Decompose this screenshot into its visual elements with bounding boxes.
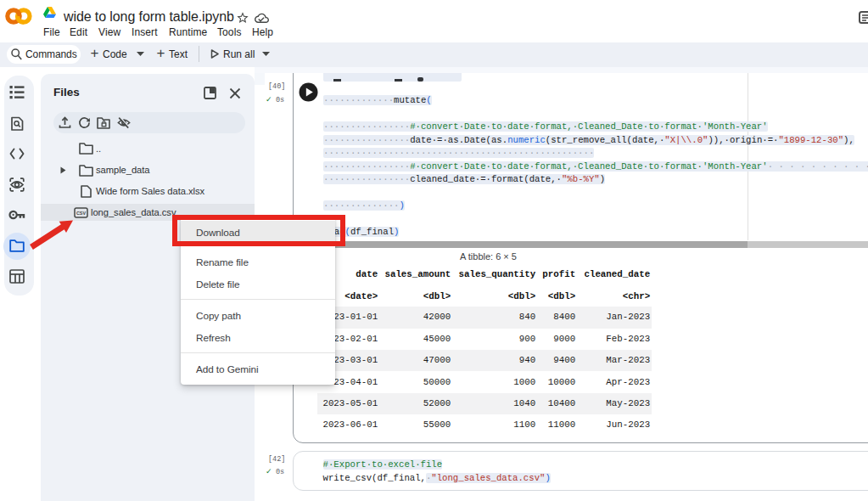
svg-text:CSV: CSV [76, 211, 86, 216]
